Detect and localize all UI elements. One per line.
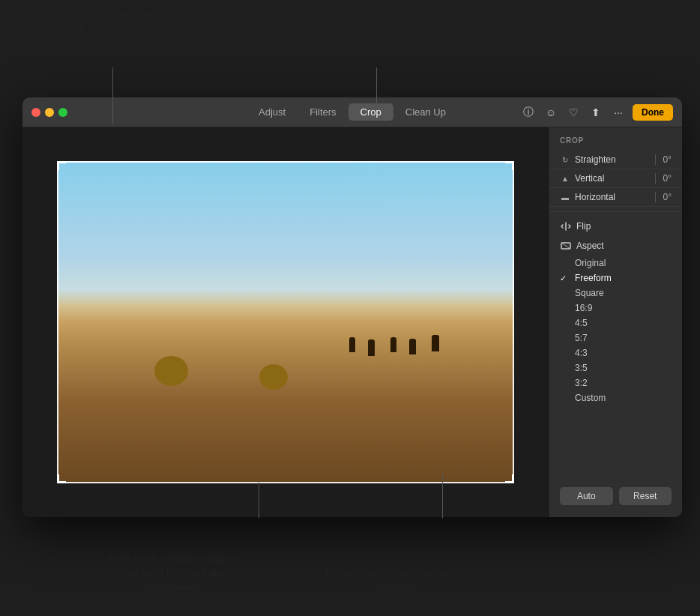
aspect-4-3[interactable]: 4:3 bbox=[549, 345, 682, 360]
person-4 bbox=[409, 339, 416, 354]
aspect-original-label: Original bbox=[575, 258, 606, 268]
flip-icon bbox=[560, 220, 572, 232]
aspect-custom-label: Custom bbox=[575, 393, 606, 403]
person-1 bbox=[349, 337, 355, 352]
aspect-square[interactable]: Square bbox=[549, 286, 682, 301]
more-icon[interactable]: ··· bbox=[610, 104, 627, 121]
annotation-bottom-right: Potong atau luruskan foto secara otomati… bbox=[322, 567, 472, 594]
heart-icon[interactable]: ♡ bbox=[565, 104, 582, 121]
close-button[interactable] bbox=[31, 108, 40, 117]
annotation-top-right: Klik untuk melihat alat pemotongan dan p… bbox=[345, 7, 495, 34]
slider-divider-2 bbox=[655, 173, 656, 184]
person-2 bbox=[368, 339, 375, 356]
aspect-4-3-label: 4:3 bbox=[575, 348, 588, 358]
annotation-line-3 bbox=[259, 481, 259, 519]
slider-divider-3 bbox=[655, 192, 656, 202]
horizontal-value: 0° bbox=[663, 192, 672, 202]
content-area: CROP ↻ Straighten 0° ▲ Vertical 0° ▬ Hor… bbox=[22, 127, 682, 517]
aspect-square-label: Square bbox=[575, 288, 604, 298]
aspect-3-2-label: 3:2 bbox=[575, 378, 588, 388]
check-5-7 bbox=[560, 333, 569, 342]
check-original bbox=[560, 259, 569, 268]
check-custom bbox=[560, 393, 569, 402]
done-button[interactable]: Done bbox=[633, 104, 673, 121]
app-window: Adjust Filters Crop Clean Up ⓘ ☺ ♡ ⬆ ···… bbox=[22, 97, 682, 517]
annotation-bottom-left: Seret untuk mengubah bagian mana pada fo… bbox=[97, 552, 247, 594]
photo-image bbox=[57, 161, 514, 483]
check-16-9 bbox=[560, 304, 569, 312]
info-icon[interactable]: ⓘ bbox=[520, 104, 537, 121]
aspect-freeform-label: Freeform bbox=[575, 273, 612, 283]
svg-line-1 bbox=[561, 243, 570, 249]
tab-cleanup[interactable]: Clean Up bbox=[393, 103, 458, 121]
aspect-3-2[interactable]: 3:2 bbox=[549, 375, 682, 390]
check-freeform: ✓ bbox=[560, 274, 569, 283]
flip-label: Flip bbox=[576, 221, 672, 232]
aspect-5-7[interactable]: 5:7 bbox=[549, 330, 682, 345]
annotation-line-1 bbox=[112, 67, 113, 124]
hay-bale-1 bbox=[154, 356, 188, 386]
flip-row[interactable]: Flip bbox=[549, 217, 682, 236]
aspect-16-9[interactable]: 16:9 bbox=[549, 301, 682, 315]
toolbar-tabs: Adjust Filters Crop Clean Up bbox=[247, 103, 458, 121]
aspect-header-row[interactable]: Aspect bbox=[549, 236, 682, 256]
slider-divider-1 bbox=[655, 154, 656, 165]
straighten-value: 0° bbox=[663, 154, 672, 165]
aspect-label: Aspect bbox=[576, 241, 672, 251]
hay-bale-2 bbox=[259, 364, 288, 390]
tab-filters[interactable]: Filters bbox=[298, 103, 348, 121]
vertical-icon: ▲ bbox=[560, 173, 570, 184]
annotation-line-4 bbox=[442, 474, 443, 519]
share-icon[interactable]: ⬆ bbox=[588, 104, 604, 121]
vertical-row[interactable]: ▲ Vertical 0° bbox=[549, 169, 682, 188]
check-square bbox=[560, 289, 569, 298]
traffic-lights bbox=[31, 108, 67, 117]
aspect-custom[interactable]: Custom bbox=[549, 390, 682, 405]
straighten-icon: ↻ bbox=[560, 154, 570, 165]
aspect-3-5-label: 3:5 bbox=[575, 363, 588, 373]
straighten-row[interactable]: ↻ Straighten 0° bbox=[549, 151, 682, 169]
check-4-3 bbox=[560, 348, 569, 357]
titlebar: Adjust Filters Crop Clean Up ⓘ ☺ ♡ ⬆ ···… bbox=[22, 97, 682, 127]
aspect-original[interactable]: Original bbox=[549, 256, 682, 271]
aspect-3-5[interactable]: 3:5 bbox=[549, 360, 682, 375]
annotation-line-2 bbox=[376, 67, 377, 105]
horizontal-icon: ▬ bbox=[560, 192, 570, 202]
aspect-4-5-label: 4:5 bbox=[575, 318, 588, 328]
straighten-label: Straighten bbox=[575, 154, 648, 165]
aspect-4-5[interactable]: 4:5 bbox=[549, 315, 682, 330]
auto-button[interactable]: Auto bbox=[560, 487, 613, 505]
minimize-button[interactable] bbox=[45, 108, 54, 117]
maximize-button[interactable] bbox=[58, 108, 67, 117]
vertical-label: Vertical bbox=[575, 173, 648, 184]
emoji-icon[interactable]: ☺ bbox=[543, 104, 559, 121]
person-3 bbox=[390, 337, 396, 352]
check-3-5 bbox=[560, 363, 569, 372]
reset-button[interactable]: Reset bbox=[619, 487, 672, 505]
person-5 bbox=[432, 335, 439, 351]
horizontal-row[interactable]: ▬ Horizontal 0° bbox=[549, 188, 682, 207]
vertical-value: 0° bbox=[663, 173, 672, 184]
divider-1 bbox=[549, 211, 682, 212]
right-panel: CROP ↻ Straighten 0° ▲ Vertical 0° ▬ Hor… bbox=[549, 127, 682, 517]
annotation-top-left: Seret untuk menyertakan area foto yang i… bbox=[45, 7, 195, 34]
photo-area bbox=[22, 127, 549, 517]
photo-canvas bbox=[57, 161, 514, 483]
aspect-freeform[interactable]: ✓ Freeform bbox=[549, 271, 682, 286]
aspect-16-9-label: 16:9 bbox=[575, 303, 592, 313]
toolbar-right: ⓘ ☺ ♡ ⬆ ··· Done bbox=[520, 104, 673, 121]
panel-bottom-buttons: Auto Reset bbox=[549, 481, 682, 511]
aspect-5-7-label: 5:7 bbox=[575, 333, 588, 343]
check-3-2 bbox=[560, 378, 569, 387]
aspect-icon bbox=[560, 240, 572, 252]
tab-crop[interactable]: Crop bbox=[349, 103, 393, 121]
panel-title: CROP bbox=[549, 136, 682, 151]
horizontal-label: Horizontal bbox=[575, 192, 648, 202]
tab-adjust[interactable]: Adjust bbox=[247, 103, 298, 121]
check-4-5 bbox=[560, 318, 569, 327]
